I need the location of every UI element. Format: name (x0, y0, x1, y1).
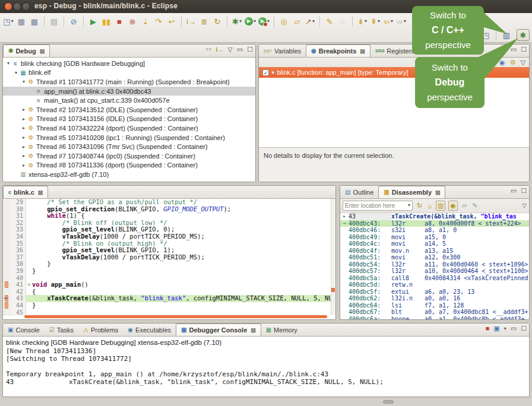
disasm-row[interactable]: →400dbc43:l32ra8, 0x400d00f8 <_stext+224… (340, 220, 529, 227)
breakpoint-row[interactable]: ✓ ● blink.c [function: app_main] [type: … (259, 67, 529, 78)
code-line[interactable]: 41⊖void app_main() (3, 281, 335, 288)
minimize-icon[interactable]: ▭ (511, 188, 517, 194)
code-editor[interactable]: 29 /* Set the GPIO as a push/pull output… (3, 199, 335, 316)
reverse-debug-button[interactable]: ↻ (211, 15, 223, 28)
go-to-annotation-button[interactable]: ⇞▾ (369, 15, 381, 28)
debug-tree-row[interactable]: ▸⚙Thread #3 1073413156 (IDLE) (Suspended… (3, 115, 255, 124)
sync-selection-toggle[interactable]: ◉ (448, 201, 458, 211)
ruler-cell[interactable] (3, 302, 11, 309)
tab-outline[interactable]: ▤ Outline (340, 186, 378, 198)
code-line[interactable]: 38 } (3, 261, 335, 268)
view-menu-icon[interactable]: ▽ (521, 59, 525, 66)
open-new-view-icon[interactable]: ▱ (461, 201, 468, 210)
disasm-row[interactable]: 400dbc46:s32ia8, a1, 0 (340, 227, 529, 234)
debug-tree-row[interactable]: ≡main_task() at cpu_start.c:339 0x400d05… (3, 96, 255, 105)
tree-expander-icon[interactable]: ▸ (21, 116, 27, 122)
open-element-button[interactable]: ◎ (278, 15, 290, 28)
ruler-cell[interactable] (3, 240, 11, 248)
tree-expander-icon[interactable]: ▸ (21, 144, 27, 150)
chevron-down-icon[interactable]: ▾ (365, 19, 367, 24)
debug-tree-row[interactable]: ▸⚙Thread #4 1073432224 (dport) (Suspende… (3, 123, 255, 133)
view-menu-icon[interactable]: ▽ (227, 46, 232, 53)
save-all-button[interactable]: ▩ (28, 15, 40, 28)
maximize-icon[interactable]: ☐ (247, 46, 253, 53)
ruler-cell[interactable] (3, 268, 11, 275)
ruler-cell[interactable] (3, 275, 11, 282)
save-button[interactable]: ▦ (15, 15, 27, 28)
close-icon[interactable]: ⊠ (38, 189, 43, 196)
location-input[interactable]: Enter location here ▾ (343, 201, 413, 211)
close-icon[interactable]: ⊠ (360, 48, 365, 55)
open-resource-button[interactable]: ▱ (291, 15, 303, 28)
trace-control-button[interactable]: ≣ (198, 15, 210, 28)
tab-disassembly[interactable]: ▥ Disassembly ⊠ (378, 186, 445, 198)
disasm-row[interactable]: 400dbc5f:extuia6, a0, 23, 13 (340, 288, 529, 296)
cpp-perspective-button[interactable]: ▥ (500, 29, 513, 41)
code-line[interactable]: 37 vTaskDelay(1000 / portTICK_PERIOD_MS)… (3, 254, 335, 261)
step-into-button[interactable]: ⇣ (140, 15, 151, 28)
link-with-debug-view-icon[interactable]: ⚙ (510, 59, 516, 66)
debug-tree-row[interactable]: ▥xtensa-esp32-elf-gdb (7.10) (3, 170, 255, 179)
close-icon[interactable]: ⊠ (435, 189, 440, 196)
debug-tree-row[interactable]: ▸⚙Thread #8 1073411336 (dport) (Suspende… (3, 161, 255, 170)
debug-perspective-button[interactable]: ✱ (517, 29, 530, 41)
chevron-down-icon[interactable]: ▾ (378, 19, 380, 24)
chevron-down-icon[interactable]: ▾ (254, 19, 256, 24)
ruler-cell[interactable] (3, 233, 11, 240)
code-line[interactable]: 44} (3, 302, 335, 309)
remove-all-terminated-button[interactable]: ×× (205, 47, 212, 52)
debug-dropdown-button[interactable]: ✱▾ (231, 15, 243, 28)
chevron-down-icon[interactable]: ▾ (312, 19, 315, 24)
sash-handle[interactable] (383, 400, 394, 404)
instruction-stepping-icon[interactable]: i→ (216, 47, 223, 53)
format-button[interactable]: ✎ (324, 15, 335, 28)
suspend-button[interactable]: ▮▮ (100, 15, 112, 28)
build-button[interactable]: ▤ (48, 15, 60, 28)
disconnect-button[interactable]: ⊗ (126, 15, 138, 28)
ruler-cell[interactable] (3, 261, 11, 268)
debug-tree-row[interactable]: ▸⚙Thread #5 1073410208 (ipc1 : Running) … (3, 133, 255, 142)
show-breakpoints-for-selection-icon[interactable]: ◉ (499, 59, 505, 66)
chevron-down-icon[interactable]: ▾ (408, 202, 410, 209)
debug-tree-row[interactable]: ▾cblink checking [GDB Hardware Debugging… (3, 59, 255, 68)
fold-icon[interactable]: ⊖ (26, 281, 32, 288)
disasm-row[interactable]: 400dbc64:lsif7, a1, 128 (340, 302, 529, 309)
maximize-icon[interactable]: ☐ (521, 188, 527, 194)
step-return-button[interactable]: ↩ (166, 15, 178, 28)
chevron-down-icon[interactable]: ▾ (11, 19, 14, 24)
disasm-row[interactable]: 400dbc62:l32i.na0, a0, 16 (340, 295, 529, 302)
chevron-down-icon[interactable]: ▾ (404, 19, 406, 24)
terminate-console-icon[interactable]: ■ (486, 325, 490, 332)
tab-memory[interactable]: ▦ Memory (261, 323, 302, 336)
external-tools-dropdown-button[interactable]: ▶▾ (258, 15, 270, 28)
ruler-cell[interactable] (3, 212, 11, 220)
minimize-icon[interactable]: ▭ (237, 46, 243, 53)
tree-expander-icon[interactable]: ▸ (21, 153, 27, 158)
show-source-toggle[interactable]: ▥ (436, 201, 445, 211)
maximize-icon[interactable]: ☐ (521, 325, 527, 332)
tree-expander-icon[interactable]: ▾ (5, 61, 11, 66)
ruler-cell[interactable] (3, 281, 11, 288)
disasm-source-row[interactable]: ▸43xTaskCreate(&blink_task, "blink_tas (340, 213, 529, 220)
new-wizard-button[interactable]: ◳▾ (2, 15, 14, 28)
breakpoint-checkbox[interactable]: ✓ (262, 69, 269, 76)
debugger-console-output[interactable]: blink checking [GDB Hardware Debugging] … (3, 337, 529, 388)
tab-debug[interactable]: ✱ Debug ⊠ (3, 45, 50, 57)
tree-expander-icon[interactable]: ▸ (21, 135, 27, 140)
maximize-icon[interactable]: ☐ (521, 46, 527, 53)
tab-problems[interactable]: ⚠ Problems (78, 323, 123, 336)
ruler-cell[interactable] (3, 226, 11, 233)
tree-expander-icon[interactable]: ▾ (13, 70, 19, 75)
ruler-cell[interactable] (3, 220, 11, 227)
home-icon[interactable]: ⌂ (426, 202, 433, 210)
disasm-row[interactable]: 400dbc57:l32ra10, 0x400d0464 <_stext+110… (340, 268, 529, 275)
debug-tree-row[interactable]: ▾⚙Thread #1 1073411772 (main : Running) … (3, 77, 255, 87)
tab-debugger-console[interactable]: ▣ Debugger Console ⊠ (176, 323, 261, 336)
code-line[interactable]: 39} (3, 268, 335, 275)
refresh-icon[interactable]: ↻ (416, 201, 423, 210)
disasm-row[interactable]: 400dbc6a:bnonea0, a1, 0x400dbc8b <_adddf… (340, 316, 529, 321)
ruler-cell[interactable] (3, 254, 11, 261)
tab-breakpoints[interactable]: ◉ Breakpoints ⊠ (306, 45, 370, 57)
tree-expander-icon[interactable]: ▸ (21, 163, 27, 168)
run-dropdown-button[interactable]: ▶▾ (244, 15, 256, 28)
